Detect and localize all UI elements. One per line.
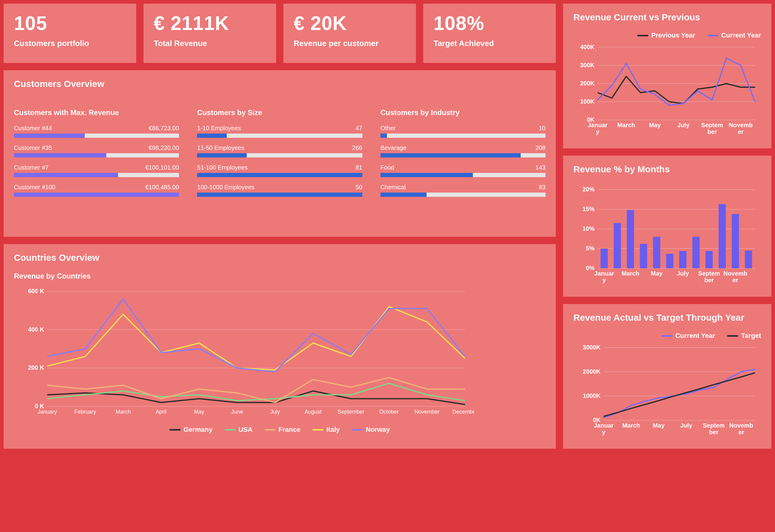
kpi-total-revenue: € 2111K Total Revenue: [143, 4, 276, 63]
barlist-fill: [14, 153, 106, 157]
svg-text:February: February: [74, 409, 96, 415]
svg-text:July: July: [680, 422, 693, 429]
svg-text:July: July: [678, 122, 690, 128]
svg-text:May: May: [653, 422, 665, 429]
svg-text:May: May: [649, 122, 661, 128]
kpi-value: € 2111K: [154, 12, 266, 34]
panel-revenue-pct-by-months: Revenue % by Months 0%5%10%15%20%January…: [563, 156, 771, 297]
svg-text:March: March: [617, 122, 635, 128]
svg-text:0 K: 0 K: [35, 403, 44, 409]
barlist-track: [14, 192, 179, 197]
barlist-track: [380, 153, 546, 157]
svg-rect-35: [679, 251, 687, 268]
legend-item: USA: [225, 426, 252, 434]
barlist-label: 100-1000 Employees: [197, 184, 254, 191]
col-by-size: Customers by Size 1-10 Employees4711-50 …: [197, 108, 362, 203]
kpi-label: Customers portfolio: [14, 39, 126, 48]
barlist-label: Other: [380, 125, 396, 132]
panel-title: Revenue % by Months: [573, 164, 761, 174]
svg-rect-34: [666, 254, 673, 268]
barlist-label: Bevarage: [380, 144, 407, 151]
barlist-value: 83: [539, 184, 546, 191]
legend-label: Current Year: [721, 31, 761, 39]
svg-text:er: er: [738, 128, 744, 135]
svg-text:5%: 5%: [586, 245, 595, 251]
svg-rect-31: [627, 210, 634, 268]
barlist-value: 47: [355, 125, 362, 132]
svg-text:er: er: [738, 429, 744, 435]
legend-label: France: [278, 426, 300, 434]
svg-text:May: May: [194, 409, 204, 415]
barlist-row: 11-50 Employees266: [197, 144, 362, 157]
kpi-revenue-per-customer: € 20K Revenue per customer: [283, 4, 416, 63]
barlist-value: 208: [536, 144, 546, 151]
svg-text:100K: 100K: [580, 98, 595, 105]
svg-text:ber: ber: [708, 128, 717, 135]
svg-text:July: July: [677, 270, 689, 277]
svg-text:August: August: [304, 409, 321, 415]
svg-text:1000K: 1000K: [583, 393, 601, 399]
subtitle: Customers by Industry: [380, 108, 546, 117]
svg-text:Januar: Januar: [594, 422, 614, 429]
barlist-fill: [380, 133, 387, 138]
svg-rect-32: [640, 244, 647, 268]
subtitle: Customers with Max. Revenue: [14, 108, 179, 117]
svg-text:y: y: [602, 429, 606, 435]
col-max-revenue: Customers with Max. Revenue Customer #44…: [14, 108, 179, 203]
barlist-track: [197, 192, 362, 197]
subtitle: Revenue by Countries: [14, 272, 546, 281]
barlist-row: Customer #100€100,485.00: [14, 184, 179, 197]
barlist-row: Chemical83: [380, 184, 546, 197]
barlist-row: Customer #44€86,723.00: [14, 125, 179, 138]
svg-text:er: er: [733, 277, 738, 284]
barlist-fill: [197, 192, 362, 197]
barlist-fill: [14, 173, 118, 177]
barlist-fill: [197, 173, 362, 177]
svg-text:April: April: [156, 409, 166, 415]
barlist-fill: [380, 173, 473, 177]
chart-revenue-actual-vs-target: 0K1000K2000K3000KJanuaryMarchMayJulySept…: [573, 342, 761, 438]
barlist-row: Customer #7€100,101.00: [14, 164, 179, 177]
legend-label: Italy: [326, 426, 340, 434]
kpi-customers-portfolio: 105 Customers portfolio: [4, 4, 136, 63]
barlist-label: 51-100 Employees: [197, 164, 248, 171]
chart-revenue-by-countries: 0 K200 K400 K600 KJanuaryFebruaryMarchAp…: [14, 288, 546, 422]
svg-text:January: January: [38, 409, 57, 415]
barlist-value: €100,101.00: [145, 164, 179, 171]
svg-rect-29: [601, 248, 608, 268]
svg-text:2000K: 2000K: [583, 368, 601, 375]
legend-item: Germany: [169, 426, 212, 434]
barlist-track: [14, 153, 179, 157]
barlist-row: Food143: [380, 164, 546, 177]
kpi-label: Target Achieved: [434, 39, 546, 48]
barlist-fill: [14, 192, 179, 197]
svg-text:Januar: Januar: [588, 122, 608, 128]
legend-label: Current Year: [675, 332, 715, 340]
panel-title: Revenue Actual vs Target Through Year: [573, 313, 761, 323]
svg-text:300K: 300K: [580, 62, 595, 68]
barlist-fill: [380, 192, 427, 197]
panel-title: Revenue Current vs Previous: [573, 12, 761, 22]
svg-text:Septem: Septem: [701, 122, 723, 128]
panel-title: Customers Overview: [14, 79, 546, 89]
barlist-value: €100,485.00: [145, 184, 179, 191]
legend-label: Previous Year: [651, 31, 695, 39]
svg-text:y: y: [596, 128, 599, 135]
barlist-label: Customer #44: [14, 125, 52, 132]
svg-text:15%: 15%: [583, 205, 595, 212]
barlist-fill: [380, 153, 521, 157]
barlist-value: 81: [355, 164, 362, 171]
barlist-value: 266: [352, 144, 362, 151]
barlist-track: [197, 173, 362, 177]
barlist-label: Customer #100: [14, 184, 55, 191]
svg-text:ber: ber: [709, 429, 718, 435]
svg-text:ber: ber: [704, 277, 714, 284]
kpi-label: Revenue per customer: [294, 39, 406, 48]
legend-label: USA: [238, 426, 252, 434]
svg-rect-33: [653, 237, 660, 268]
barlist-value: 10: [539, 125, 546, 132]
svg-rect-38: [719, 204, 726, 268]
kpi-value: 108%: [434, 12, 546, 34]
svg-text:200K: 200K: [580, 80, 595, 87]
barlist-value: 143: [536, 164, 546, 171]
